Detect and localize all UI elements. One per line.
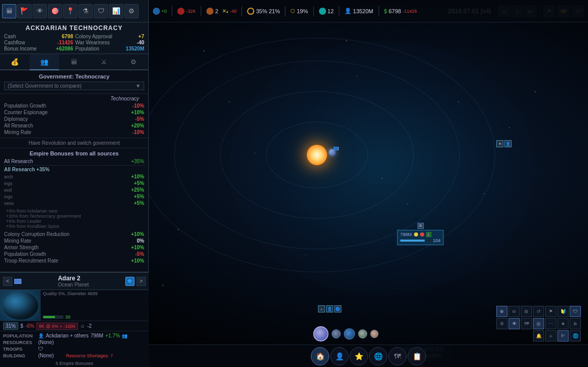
- bonus-troop-recruit: Troop Recruitment Rate +10%: [4, 257, 144, 264]
- planet-building-value: (None): [38, 353, 54, 358]
- bottom-btn-home[interactable]: 🏠: [311, 347, 329, 365]
- map-ctrl-shield[interactable]: 🔰: [557, 306, 569, 317]
- orange-res-val: 2: [215, 8, 218, 14]
- top-toolbar: 🏛 🚩 👁 🎯 📍 ⚗ 🛡 📊 ⚙: [0, 0, 148, 22]
- planet-near-star[interactable]: [329, 149, 336, 156]
- resource-pct1: 35% 21%: [247, 8, 280, 15]
- planet-resources-value: (None): [38, 339, 54, 345]
- bottom-btn-star[interactable]: ⭐: [350, 347, 368, 365]
- cash-value: 6798: [62, 34, 73, 39]
- planet-morale: 31%: [3, 322, 18, 330]
- bonuses-section: Empire Bonuses from all sources All Rese…: [0, 148, 148, 272]
- empire-bonuses-badge[interactable]: 5 Empire Bonuses: [0, 360, 149, 367]
- pct3-val: 19%: [297, 8, 308, 14]
- map-ctrl-map[interactable]: 🗺: [521, 318, 532, 329]
- red-res-icon: [177, 8, 184, 15]
- bonus-mining: Mining Rate 0%: [4, 238, 144, 244]
- planet-sel-5[interactable]: [370, 330, 379, 338]
- map-ctrl-special[interactable]: ⊛: [570, 318, 581, 329]
- toolbar-icon-flask[interactable]: ⚗: [78, 4, 93, 18]
- gov-col-headers: Technocracy: [4, 96, 144, 101]
- map-ctrl-grid[interactable]: ⊞: [521, 306, 532, 317]
- map-ctrl-bell[interactable]: 🔔: [533, 330, 544, 342]
- map-ctrl-star[interactable]: ★: [557, 318, 569, 329]
- planet-detail-rows: POPULATION 👤 Ackdarian + others 798M +1.…: [0, 331, 149, 360]
- cyan-val: 12: [328, 8, 334, 14]
- bottom-btn-globe[interactable]: 🌐: [369, 347, 387, 365]
- toolbar-icon-home[interactable]: 🏛: [2, 4, 16, 18]
- gov-compare-row[interactable]: (Select Government to compare) ▼: [4, 82, 144, 90]
- map-ctrl-sword[interactable]: ⚔: [545, 330, 556, 342]
- map-ctrl-more[interactable]: ⋯: [545, 318, 556, 329]
- planet-flag: [14, 279, 21, 284]
- toolbar-icon-gear[interactable]: ⚙: [124, 4, 139, 18]
- bonus-header-all-research: All Research +35%: [4, 159, 144, 166]
- bottom-btn-person[interactable]: 👤: [330, 347, 349, 365]
- bonus-pop-growth: Population Growth -5%: [4, 251, 144, 257]
- ship-icon-left-2[interactable]: 👤: [326, 305, 333, 312]
- fleet-marker-main[interactable]: ⚙ 798M $ 104: [397, 223, 443, 245]
- planet-sel-3[interactable]: [344, 328, 355, 339]
- map-ctrl-globe2[interactable]: 🌐: [570, 330, 581, 342]
- map-ctrl-target[interactable]: ◎: [533, 318, 544, 329]
- ship-icon-remote-1[interactable]: ✦: [496, 140, 503, 147]
- tab-population[interactable]: 👥: [30, 54, 59, 70]
- planet-sel-1[interactable]: [313, 326, 329, 342]
- map-ctrl-flag[interactable]: ⚑: [545, 306, 556, 317]
- tab-buildings[interactable]: 🏛: [59, 54, 89, 70]
- war-weariness-value: -40: [137, 40, 144, 45]
- map-ctrl-zoom-out[interactable]: ⊖: [509, 306, 520, 317]
- gov-stat-all-research: All Research +20%: [4, 122, 144, 129]
- tab-income[interactable]: 💰: [0, 54, 30, 70]
- tab-military[interactable]: ⚔: [89, 54, 119, 70]
- planet-nav-next[interactable]: >: [137, 277, 146, 286]
- cash-row: Cash 6798: [4, 34, 73, 39]
- map-ctrl-shield2[interactable]: 🛡: [570, 306, 581, 317]
- credits-icon: [153, 8, 160, 15]
- ship-icon-left-1[interactable]: •: [318, 305, 325, 312]
- map-ctrl-grid: ⊕ ⊖ ⊞ ↺ ⚑ 🔰 🛡 ⚙ 👁 🗺 ◎ ⋯ ★ ⊛ 🔔 ⚔ 🏳 🌐: [489, 306, 581, 342]
- planet-face: ☺: [80, 323, 85, 329]
- population-label: Population: [75, 46, 99, 51]
- resource-credits: +0: [153, 8, 167, 15]
- map-ctrl-gear[interactable]: ⚙: [496, 318, 507, 329]
- planet-resources-row: RESOURCES (None): [3, 339, 146, 346]
- planet-nav-prev[interactable]: <: [3, 277, 12, 286]
- resource-person: 👤 13520M: [344, 8, 373, 14]
- fleet-dot-yellow: [414, 232, 418, 237]
- pct2-val: 21%: [269, 8, 280, 14]
- money-val: 6798: [389, 8, 401, 14]
- planet-name: Adare 2: [58, 275, 89, 282]
- map-ctrl-white-flag[interactable]: 🏳: [557, 330, 569, 342]
- planet-type: Ocean Planet: [58, 282, 89, 287]
- ship-group-left[interactable]: • 👤 🔵: [318, 305, 341, 312]
- gov-stat-diplomacy: Diplomacy -5%: [4, 116, 144, 122]
- toolbar-icon-crosshair[interactable]: 🎯: [48, 4, 62, 18]
- sep5: [313, 6, 314, 16]
- planet-flag-icon: 🔷: [125, 277, 135, 286]
- resource-red: -32K: [177, 8, 196, 15]
- cashflow-value: -11426: [57, 40, 73, 45]
- gov-title: Government: Technocracy: [4, 73, 144, 80]
- toolbar-icon-chart[interactable]: 📊: [109, 4, 123, 18]
- toolbar-icon-shield[interactable]: 🛡: [94, 4, 108, 18]
- map-ctrl-eye[interactable]: 👁: [509, 318, 520, 329]
- toolbar-icon-pin[interactable]: 📍: [63, 4, 77, 18]
- map-ctrl-zoom-in[interactable]: ⊕: [496, 306, 507, 317]
- resource-money: $ 6798 -11426: [384, 8, 417, 14]
- revolution-button[interactable]: Have Revolution and switch government: [0, 138, 148, 148]
- ship-group-remote[interactable]: ✦ 👤: [496, 140, 512, 147]
- tab-settings[interactable]: ⚙: [119, 54, 148, 70]
- gov-stat-mining: Mining Rate -10%: [4, 129, 144, 136]
- planet-sel-4[interactable]: [358, 329, 367, 338]
- bonus-corruption: Colony Corruption Reduction +10%: [4, 231, 144, 238]
- colony-approval-value: +7: [139, 34, 144, 39]
- ship-icon-remote-2[interactable]: 👤: [504, 140, 512, 147]
- bottom-btn-map[interactable]: 🗺: [388, 347, 407, 365]
- toolbar-icon-flag[interactable]: 🚩: [17, 4, 32, 18]
- bottom-btn-list[interactable]: 📋: [408, 347, 426, 365]
- ship-icon-left-3[interactable]: 🔵: [334, 305, 341, 312]
- map-ctrl-rotate[interactable]: ↺: [533, 306, 544, 317]
- planet-sel-2[interactable]: [332, 329, 341, 338]
- toolbar-icon-eye[interactable]: 👁: [33, 4, 47, 18]
